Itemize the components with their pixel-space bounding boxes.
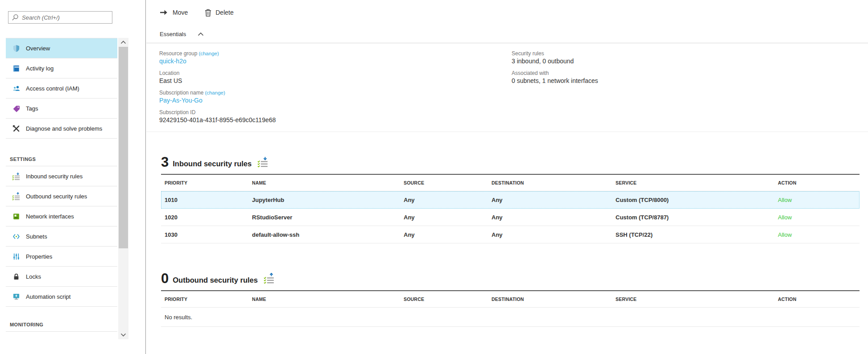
delete-button[interactable]: Delete [205, 9, 233, 16]
table-row-jupyterhub[interactable]: 1010 JupyterHub Any Any Custom (TCP/8000… [161, 191, 860, 209]
outbound-section-title: 0 Outbound security rules [161, 272, 860, 285]
sidebar-item-label: Access control (IAM) [26, 85, 79, 92]
essentials-panel: Resource group(change) quick-h2o Locatio… [146, 43, 868, 132]
subscription-id-label: Subscription ID [159, 109, 868, 115]
outbound-title: Outbound security rules [173, 276, 258, 285]
sidebar-item-overview[interactable]: Overview [6, 38, 117, 58]
sidebar-item-label: Overview [26, 45, 50, 52]
sidebar-item-diagnose[interactable]: Diagnose and solve problems [6, 119, 117, 139]
main-content: Move Delete Essentials Resource group(ch… [146, 0, 868, 354]
sidebar-item-locks[interactable]: Locks [6, 267, 117, 287]
trash-icon [205, 9, 211, 16]
sidebar: Overview Activity log Access control (IA… [0, 0, 146, 354]
sidebar-item-label: Network interfaces [26, 213, 74, 220]
scroll-up-icon[interactable] [118, 38, 128, 46]
scroll-down-icon[interactable] [118, 331, 128, 339]
cell-priority: 1010 [161, 197, 248, 203]
collapse-chevron-icon[interactable] [198, 32, 204, 36]
cell-action: Allow [774, 231, 860, 238]
cell-service: Custom (TCP/8000) [612, 197, 774, 203]
sidebar-section-monitoring: MONITORING [6, 307, 117, 332]
inbound-count: 3 [161, 155, 169, 169]
associated-with-field: Associated with 0 subnets, 1 network int… [512, 70, 598, 84]
sidebar-item-properties[interactable]: Properties [6, 247, 117, 267]
lock-icon [12, 272, 20, 280]
column-header-destination: DESTINATION [488, 180, 612, 185]
cell-action: Allow [774, 197, 860, 203]
inbound-section-title: 3 Inbound security rules [161, 155, 860, 169]
no-results-text: No results. [165, 314, 192, 321]
column-header-source: SOURCE [400, 296, 488, 302]
column-header-service: SERVICE [612, 296, 774, 302]
resource-group-change-link[interactable]: (change) [198, 51, 219, 56]
cell-source: Any [400, 231, 488, 238]
sidebar-item-access-control[interactable]: Access control (IAM) [6, 78, 117, 99]
column-header-priority: PRIORITY [161, 180, 248, 185]
inbound-rules-section: 3 Inbound security rules PRIORITY NAME S… [161, 155, 860, 243]
delete-button-label: Delete [215, 9, 233, 16]
sidebar-item-label: Activity log [26, 65, 54, 72]
sidebar-item-label: Inbound security rules [26, 173, 83, 180]
cell-name: JupyterHub [248, 197, 400, 203]
sidebar-scrollbar [118, 38, 128, 339]
column-header-name: NAME [248, 296, 400, 302]
cell-priority: 1020 [161, 214, 248, 221]
search-box [8, 11, 112, 24]
cell-source: Any [400, 214, 488, 221]
column-header-action: ACTION [774, 296, 860, 302]
cell-destination: Any [488, 214, 612, 221]
essentials-title: Essentials [160, 31, 186, 37]
network-interface-icon [12, 212, 20, 220]
subnets-icon [12, 232, 20, 240]
inbound-rules-icon [12, 172, 20, 180]
inbound-table-header: PRIORITY NAME SOURCE DESTINATION SERVICE… [161, 175, 860, 191]
sidebar-item-network-interfaces[interactable]: Network interfaces [6, 206, 117, 226]
sidebar-item-label: Tags [26, 105, 38, 112]
subscription-change-link[interactable]: (change) [205, 90, 225, 95]
search-input[interactable] [22, 14, 109, 21]
sliders-icon [12, 252, 20, 260]
sidebar-item-outbound-rules[interactable]: Outbound security rules [6, 186, 117, 206]
table-row-rstudioserver[interactable]: 1020 RStudioServer Any Any Custom (TCP/8… [161, 209, 860, 226]
outbound-rules-table: PRIORITY NAME SOURCE DESTINATION SERVICE… [161, 290, 860, 327]
tag-icon [12, 104, 20, 112]
associated-with-label: Associated with [512, 70, 598, 76]
people-icon [12, 84, 20, 92]
sidebar-item-inbound-rules[interactable]: Inbound security rules [6, 166, 117, 186]
outbound-rules-icon [12, 192, 20, 200]
cell-name: RStudioServer [248, 214, 400, 221]
tools-icon [12, 124, 20, 132]
sidebar-item-activity-log[interactable]: Activity log [6, 58, 117, 78]
sidebar-item-label: Subnets [26, 233, 47, 240]
sidebar-item-label: Properties [26, 253, 52, 260]
outbound-rules-icon [264, 273, 274, 285]
resource-group-label: Resource group [159, 50, 197, 57]
search-icon [12, 14, 19, 21]
scrollbar-thumb[interactable] [119, 47, 128, 248]
security-rules-value: 3 inbound, 0 outbound [512, 58, 598, 65]
sidebar-item-label: Automation script [26, 293, 70, 300]
column-header-name: NAME [248, 180, 400, 185]
column-header-destination: DESTINATION [488, 296, 612, 302]
cell-destination: Any [488, 197, 612, 203]
outbound-table-header: PRIORITY NAME SOURCE DESTINATION SERVICE… [161, 291, 860, 308]
sidebar-menu: Overview Activity log Access control (IA… [6, 38, 117, 332]
outbound-count: 0 [161, 272, 169, 285]
subscription-id-value: 92429150-401a-431f-8955-e69c0c119e68 [159, 116, 868, 123]
security-rules-field: Security rules 3 inbound, 0 outbound [512, 50, 598, 65]
table-row-default-allow-ssh[interactable]: 1030 default-allow-ssh Any Any SSH (TCP/… [161, 226, 860, 243]
move-button[interactable]: Move [160, 9, 188, 16]
sidebar-item-automation-script[interactable]: Automation script [6, 287, 117, 307]
sidebar-item-tags[interactable]: Tags [6, 99, 117, 119]
subscription-name-value[interactable]: Pay-As-You-Go [159, 97, 868, 104]
cell-priority: 1030 [161, 231, 248, 238]
subscription-name-label: Subscription name [159, 90, 203, 96]
essentials-header: Essentials [146, 25, 868, 43]
inbound-rules-icon [257, 156, 268, 169]
column-header-service: SERVICE [612, 180, 774, 185]
cell-service: SSH (TCP/22) [612, 231, 774, 238]
sidebar-section-settings: SETTINGS [6, 139, 117, 166]
sidebar-item-subnets[interactable]: Subnets [6, 226, 117, 247]
cell-source: Any [400, 197, 488, 203]
automation-script-icon [12, 292, 20, 300]
